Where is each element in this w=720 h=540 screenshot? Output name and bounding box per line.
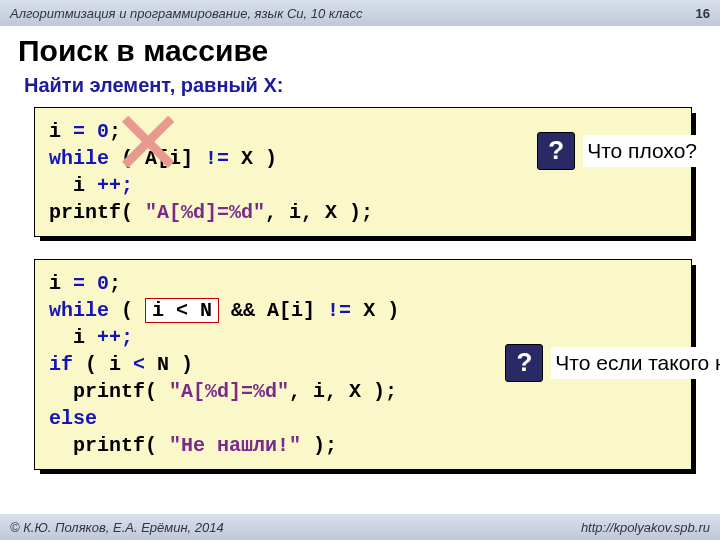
footer-bar: © К.Ю. Поляков, Е.А. Ерёмин, 2014 http:/…	[0, 514, 720, 540]
callout-1: ? Что плохо?	[537, 132, 701, 170]
course-title: Алгоритмизация и программирование, язык …	[10, 6, 363, 21]
callout-2: ? Что если такого нет?	[505, 344, 720, 382]
slide-title: Поиск в массиве	[18, 34, 702, 68]
page-number: 16	[696, 6, 710, 21]
footer-link: http://kpolyakov.spb.ru	[581, 520, 710, 535]
highlight-condition: i < N	[145, 298, 219, 323]
callout-1-text: Что плохо?	[583, 135, 701, 167]
question-icon: ?	[537, 132, 575, 170]
slide-content: Поиск в массиве Найти элемент, равный X:…	[0, 26, 720, 470]
code-block-1: ✕ i = 0; while ( A[i] != X ) i ++; print…	[34, 107, 692, 237]
callout-2-text: Что если такого нет?	[551, 347, 720, 379]
task-text: Найти элемент, равный X:	[18, 74, 702, 97]
top-bar: Алгоритмизация и программирование, язык …	[0, 0, 720, 26]
question-icon: ?	[505, 344, 543, 382]
code-block-2: i = 0; while ( i < N && A[i] != X ) i ++…	[34, 259, 692, 470]
copyright-text: © К.Ю. Поляков, Е.А. Ерёмин, 2014	[10, 520, 224, 535]
